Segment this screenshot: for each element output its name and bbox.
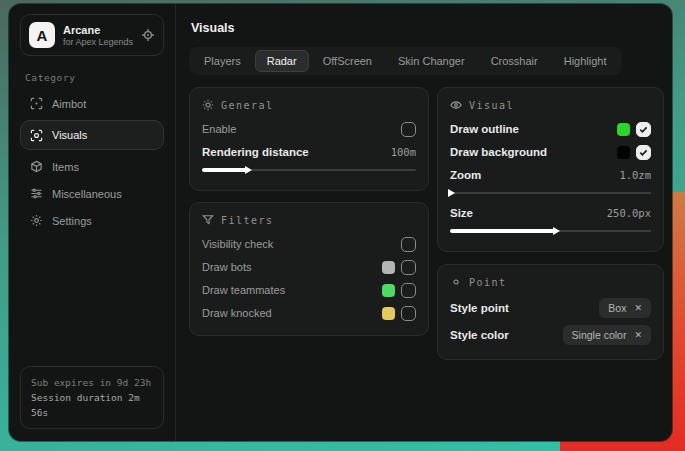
cube-icon [30,160,43,173]
sliders-icon [30,187,43,200]
draw-knocked-checkbox[interactable] [401,306,416,321]
rendering-distance-row: Rendering distance 100m [202,141,416,163]
sidebar-item-settings[interactable]: Settings [20,207,164,234]
slider-thumb[interactable] [553,227,560,235]
size-row: Size 250.0px [450,202,651,224]
draw-teammates-checkbox[interactable] [401,283,416,298]
draw-bots-row: Draw bots [202,256,416,278]
app-window: A Arcane for Apex Legends Category Aimbo [9,4,672,441]
draw-outline-color-swatch[interactable] [617,123,630,136]
style-color-label: Style color [450,329,509,341]
zoom-value: 1.0zm [619,169,651,181]
draw-background-row: Draw background [450,141,651,163]
draw-outline-checkbox[interactable] [636,122,651,137]
crosshair-icon [30,97,43,110]
draw-bots-checkbox[interactable] [401,260,416,275]
sidebar-item-label: Settings [52,215,92,227]
tab-crosshair[interactable]: Crosshair [479,50,550,72]
filters-panel: Filters Visibility check Draw bots [189,202,429,336]
enable-row: Enable [202,118,416,140]
eye-scan-icon [30,129,43,142]
sidebar-item-label: Visuals [52,129,87,141]
size-slider[interactable] [450,226,651,236]
zoom-slider[interactable] [450,188,651,198]
draw-knocked-color-swatch[interactable] [382,307,395,320]
tab-skin-changer[interactable]: Skin Changer [386,50,477,72]
funnel-icon [202,214,214,226]
sun-icon [202,99,214,111]
style-color-select[interactable]: Single color ✕ [563,325,651,345]
zoom-label: Zoom [450,169,481,181]
rendering-distance-slider[interactable] [202,165,416,175]
enable-label: Enable [202,123,236,135]
slider-thumb[interactable] [448,189,455,197]
style-color-row: Style color Single color ✕ [450,322,651,348]
sidebar-item-items[interactable]: Items [20,153,164,180]
visual-panel: Visual Draw outline Draw background [437,87,664,252]
draw-teammates-label: Draw teammates [202,284,285,296]
clear-icon[interactable]: ✕ [634,330,642,340]
clear-icon[interactable]: ✕ [634,303,642,313]
panel-title: Filters [221,215,274,226]
size-label: Size [450,207,473,219]
draw-bots-label: Draw bots [202,261,252,273]
eye-icon [450,99,462,111]
draw-outline-label: Draw outline [450,123,519,135]
size-value: 250.0px [607,207,651,219]
zoom-row: Zoom 1.0zm [450,164,651,186]
draw-outline-row: Draw outline [450,118,651,140]
style-point-row: Style point Box ✕ [450,295,651,321]
draw-teammates-color-swatch[interactable] [382,284,395,297]
draw-background-checkbox[interactable] [636,145,651,160]
draw-knocked-label: Draw knocked [202,307,272,319]
app-name: Arcane [63,24,133,36]
main-content: Visuals Players Radar OffScreen Skin Cha… [176,4,672,441]
tab-highlight[interactable]: Highlight [552,50,619,72]
sidebar-item-visuals[interactable]: Visuals [20,120,164,150]
page-title: Visuals [191,21,664,35]
sidebar-item-label: Miscellaneous [52,188,122,200]
style-point-select[interactable]: Box ✕ [599,298,651,318]
app-header: A Arcane for Apex Legends [20,14,164,56]
tab-radar[interactable]: Radar [255,50,309,72]
draw-teammates-row: Draw teammates [202,279,416,301]
panel-title: Point [469,277,507,288]
session-duration-text: Session duration 2m 56s [31,390,153,420]
app-logo: A [29,22,55,48]
panel-title: Visual [469,100,514,111]
style-point-value: Box [608,302,626,314]
draw-knocked-row: Draw knocked [202,302,416,324]
enable-checkbox[interactable] [401,122,416,137]
tab-players[interactable]: Players [192,50,253,72]
sidebar-item-aimbot[interactable]: Aimbot [20,90,164,117]
visuals-tabbar: Players Radar OffScreen Skin Changer Cro… [189,47,622,75]
draw-background-label: Draw background [450,146,547,158]
draw-background-color-swatch[interactable] [617,146,630,159]
style-point-label: Style point [450,302,509,314]
style-color-value: Single color [572,329,627,341]
point-panel: Point Style point Box ✕ Style color Sing… [437,264,664,360]
gear-icon [30,214,43,227]
tab-offscreen[interactable]: OffScreen [311,50,384,72]
panel-title: General [221,100,274,111]
point-icon [450,276,462,288]
general-panel: General Enable Rendering distance 100m [189,87,429,191]
sidebar-item-label: Aimbot [52,98,86,110]
visibility-check-checkbox[interactable] [401,237,416,252]
sub-expires-text: Sub expires in 9d 23h [31,375,153,390]
sidebar-item-label: Items [52,161,79,173]
sidebar-item-miscellaneous[interactable]: Miscellaneous [20,180,164,207]
slider-thumb[interactable] [245,166,252,174]
visibility-check-row: Visibility check [202,233,416,255]
rendering-distance-value: 100m [391,146,416,158]
rendering-distance-label: Rendering distance [202,146,309,158]
sidebar: A Arcane for Apex Legends Category Aimbo [9,4,176,441]
app-subtitle: for Apex Legends [63,37,133,47]
subscription-status: Sub expires in 9d 23h Session duration 2… [20,366,164,429]
visibility-check-label: Visibility check [202,238,273,250]
draw-bots-color-swatch[interactable] [382,261,395,274]
category-label: Category [25,72,159,83]
target-icon[interactable] [141,28,155,42]
